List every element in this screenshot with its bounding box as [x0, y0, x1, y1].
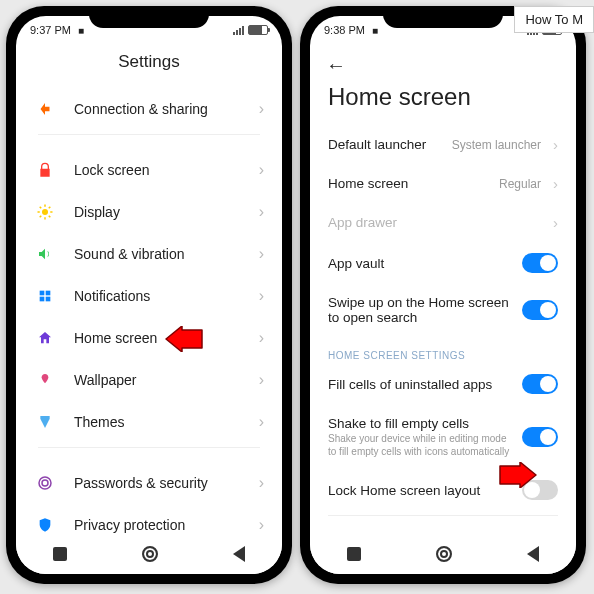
camera-icon: ■ — [78, 25, 84, 36]
row-shake-fill[interactable]: Shake to fill empty cells Shake your dev… — [310, 405, 576, 469]
row-label: Lock Home screen layout — [328, 483, 514, 498]
row-home-screen-mode[interactable]: Home screen Regular › — [310, 164, 576, 203]
row-label: Sound & vibration — [74, 246, 259, 262]
camera-icon: ■ — [372, 25, 378, 36]
svg-line-7 — [40, 216, 42, 218]
chevron-right-icon: › — [259, 161, 264, 179]
nav-bar — [16, 534, 282, 574]
nav-recent-button[interactable] — [347, 547, 361, 561]
row-label: Swipe up on the Home screen to open sear… — [328, 295, 514, 325]
speaker-icon — [34, 243, 56, 265]
row-app-drawer: App drawer › — [310, 203, 576, 242]
svg-rect-9 — [40, 291, 45, 296]
row-label: Shake to fill empty cells — [328, 416, 514, 431]
svg-point-0 — [42, 209, 48, 215]
back-button[interactable]: ← — [326, 54, 346, 76]
phone-right: 9:38 PM ■ ← Home screen Default launcher… — [300, 6, 586, 584]
row-display[interactable]: Display › — [24, 191, 274, 233]
nav-home-button[interactable] — [142, 546, 158, 562]
callout-arrow-right — [498, 462, 538, 488]
row-label: Fill cells of uninstalled apps — [328, 377, 514, 392]
row-label: Passwords & security — [74, 475, 259, 491]
chevron-right-icon: › — [259, 100, 264, 118]
page-title: Home screen — [310, 81, 576, 125]
row-label: App vault — [328, 256, 514, 271]
row-fill-cells[interactable]: Fill cells of uninstalled apps — [310, 363, 576, 405]
row-value: System launcher — [452, 138, 541, 152]
row-label: Notifications — [74, 288, 259, 304]
svg-rect-12 — [46, 297, 51, 302]
home-icon — [34, 327, 56, 349]
row-notifications[interactable]: Notifications › — [24, 275, 274, 317]
toggle-fill-cells[interactable] — [522, 374, 558, 394]
toggle-app-vault[interactable] — [522, 253, 558, 273]
row-wallpaper[interactable]: Wallpaper › — [24, 359, 274, 401]
row-label: Display — [74, 204, 259, 220]
shield-icon — [34, 514, 56, 536]
page-title: Settings — [16, 44, 282, 88]
row-lock-screen[interactable]: Lock screen › — [24, 149, 274, 191]
chevron-right-icon: › — [553, 136, 558, 153]
chevron-right-icon: › — [259, 474, 264, 492]
section-header: HOME SCREEN SETTINGS — [310, 336, 576, 363]
chevron-right-icon: › — [259, 516, 264, 534]
row-passwords-security[interactable]: Passwords & security › — [24, 462, 274, 504]
nav-home-button[interactable] — [436, 546, 452, 562]
svg-rect-10 — [46, 291, 51, 296]
share-icon — [34, 98, 56, 120]
status-time: 9:37 PM — [30, 24, 71, 36]
chevron-right-icon: › — [259, 329, 264, 347]
row-value: Regular — [499, 177, 541, 191]
row-label: Home screen — [328, 176, 491, 191]
notch — [89, 6, 209, 28]
nav-recent-button[interactable] — [53, 547, 67, 561]
chevron-right-icon: › — [259, 371, 264, 389]
phone-left: 9:37 PM ■ Settings Connection & sharing … — [6, 6, 292, 584]
row-home-screen[interactable]: Home screen › — [24, 317, 274, 359]
svg-line-5 — [40, 207, 42, 209]
row-label: Wallpaper — [74, 372, 259, 388]
chevron-right-icon: › — [259, 287, 264, 305]
row-connection-sharing[interactable]: Connection & sharing › — [24, 88, 274, 130]
row-app-vault[interactable]: App vault — [310, 242, 576, 284]
chevron-right-icon: › — [259, 245, 264, 263]
status-time: 9:38 PM — [324, 24, 365, 36]
row-label: Privacy protection — [74, 517, 259, 533]
row-themes[interactable]: Themes › — [24, 401, 274, 443]
fingerprint-icon — [34, 472, 56, 494]
svg-point-14 — [42, 480, 48, 486]
row-label: App drawer — [328, 215, 545, 230]
notch — [383, 6, 503, 28]
row-label: Themes — [74, 414, 259, 430]
chevron-right-icon: › — [553, 214, 558, 231]
row-label: Lock screen — [74, 162, 259, 178]
svg-line-8 — [49, 207, 51, 209]
svg-line-6 — [49, 216, 51, 218]
overlay-label: How To M — [514, 6, 594, 33]
chevron-right-icon: › — [553, 175, 558, 192]
row-label: Connection & sharing — [74, 101, 259, 117]
nav-bar — [310, 534, 576, 574]
sun-icon — [34, 201, 56, 223]
notifications-icon — [34, 285, 56, 307]
svg-point-13 — [39, 477, 51, 489]
lock-icon — [34, 159, 56, 181]
row-sound-vibration[interactable]: Sound & vibration › — [24, 233, 274, 275]
svg-rect-11 — [40, 297, 45, 302]
wallpaper-icon — [34, 369, 56, 391]
nav-back-button[interactable] — [527, 546, 539, 562]
battery-icon — [248, 25, 268, 35]
row-swipe-up-search[interactable]: Swipe up on the Home screen to open sear… — [310, 284, 576, 336]
callout-arrow-left — [164, 326, 204, 352]
row-label: Default launcher — [328, 137, 444, 152]
nav-back-button[interactable] — [233, 546, 245, 562]
chevron-right-icon: › — [259, 413, 264, 431]
toggle-swipe-search[interactable] — [522, 300, 558, 320]
chevron-right-icon: › — [259, 203, 264, 221]
signal-icon — [233, 25, 244, 35]
themes-icon — [34, 411, 56, 433]
row-subtext: Shake your device while in editing mode … — [328, 433, 514, 458]
row-default-launcher[interactable]: Default launcher System launcher › — [310, 125, 576, 164]
toggle-shake-fill[interactable] — [522, 427, 558, 447]
